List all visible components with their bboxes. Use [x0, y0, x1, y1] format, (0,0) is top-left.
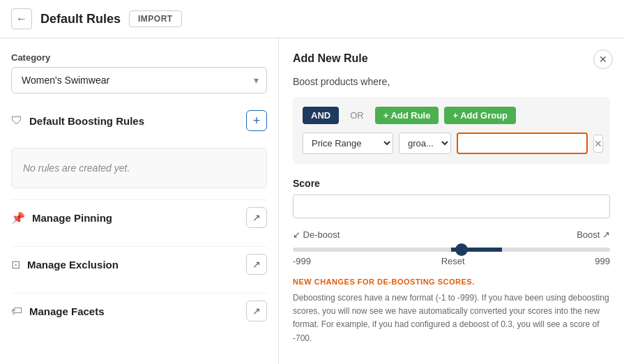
deboost-label: ↙ De-boost: [293, 229, 340, 240]
info-title: NEW CHANGES FOR DE-BOOSTING SCORES.: [293, 278, 610, 286]
pin-icon: 📌: [11, 211, 25, 225]
facets-icon: 🏷: [11, 305, 22, 317]
manage-facets-label: Manage Facets: [29, 305, 105, 317]
right-panel: Add New Rule ✕ Boost products where, AND…: [279, 38, 624, 364]
no-rules-message: No rules are created yet.: [11, 148, 267, 188]
panel-title: Add New Rule: [293, 52, 610, 65]
slider-min: -999: [293, 256, 311, 266]
category-select-wrapper: Women's SwimwearMen's SwimwearKids' Swim…: [11, 67, 267, 93]
close-button[interactable]: ✕: [593, 50, 613, 69]
boost-label: Boost ↗: [577, 229, 610, 240]
shield-icon: 🛡: [11, 114, 22, 127]
rule-actions: AND OR + Add Rule + Add Group: [303, 107, 600, 124]
rule-builder: AND OR + Add Rule + Add Group Price Rang…: [293, 97, 610, 164]
add-rule-button[interactable]: +: [246, 110, 267, 131]
sidebar: Category Women's SwimwearMen's SwimwearK…: [0, 38, 279, 364]
main-layout: Category Women's SwimwearMen's SwimwearK…: [0, 38, 624, 364]
back-button[interactable]: ←: [11, 8, 32, 29]
slider-labels: ↙ De-boost Boost ↗: [293, 229, 610, 240]
category-label: Category: [11, 52, 267, 63]
rule-operator-select[interactable]: groa...: [399, 132, 451, 154]
rule-row: Price Range groa... ✕: [303, 132, 600, 154]
page-title: Default Rules: [40, 12, 121, 26]
score-section: Score: [293, 178, 610, 218]
boost-intro: Boost products where,: [293, 76, 610, 87]
or-label[interactable]: OR: [344, 107, 370, 124]
manage-exclusion-button[interactable]: ↗: [246, 254, 267, 275]
exclusion-icon: ⊡: [11, 258, 20, 271]
info-section: NEW CHANGES FOR DE-BOOSTING SCORES. Debo…: [293, 278, 610, 345]
manage-facets-button[interactable]: ↗: [246, 301, 267, 321]
category-section: Category Women's SwimwearMen's SwimwearK…: [11, 52, 267, 93]
manage-pinning-label: Manage Pinning: [32, 212, 112, 224]
boosting-section-title: Default Boosting Rules: [29, 115, 144, 127]
slider-section: ↙ De-boost Boost ↗ -999 Reset 999: [293, 229, 610, 266]
boosting-section-left: 🛡 Default Boosting Rules: [11, 114, 144, 127]
header: ← Default Rules IMPORT: [0, 0, 624, 38]
add-rule-btn[interactable]: + Add Rule: [375, 107, 439, 124]
score-input[interactable]: [293, 195, 610, 218]
default-boosting-section: 🛡 Default Boosting Rules +: [11, 105, 267, 137]
manage-exclusion-label: Manage Exclusion: [27, 259, 119, 271]
rule-value-input[interactable]: [457, 132, 588, 154]
info-text: Deboosting scores have a new format (-1 …: [293, 291, 610, 345]
sidebar-item-manage-exclusion: ⊡ Manage Exclusion ↗: [11, 246, 267, 282]
category-select[interactable]: Women's SwimwearMen's SwimwearKids' Swim…: [11, 67, 267, 93]
slider-reset[interactable]: Reset: [441, 256, 465, 266]
rule-remove-button[interactable]: ✕: [593, 135, 603, 153]
manage-pinning-button[interactable]: ↗: [246, 207, 267, 228]
sidebar-item-manage-facets: 🏷 Manage Facets ↗: [11, 293, 267, 328]
import-button[interactable]: IMPORT: [129, 10, 182, 27]
sidebar-item-manage-pinning: 📌 Manage Pinning ↗: [11, 199, 267, 235]
and-button[interactable]: AND: [303, 107, 339, 124]
score-label: Score: [293, 178, 610, 189]
slider-max: 999: [595, 256, 610, 266]
slider-minmax: -999 Reset 999: [293, 256, 610, 266]
score-slider[interactable]: [293, 248, 610, 252]
add-group-btn[interactable]: + Add Group: [444, 107, 516, 124]
rule-field-select[interactable]: Price Range: [303, 132, 393, 154]
